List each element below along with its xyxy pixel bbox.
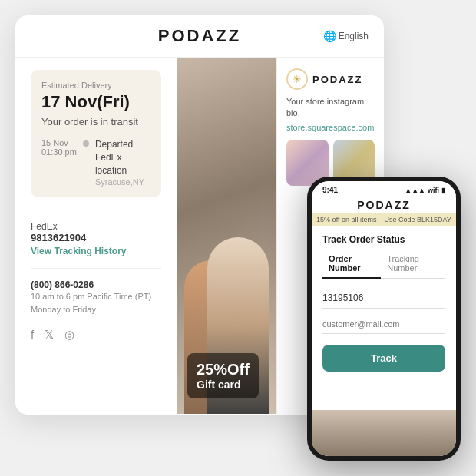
- support-phone: (800) 866-0286: [31, 279, 161, 290]
- event-dot: [83, 140, 89, 147]
- support-hours-1: 10 am to 6 pm Pacific Time (PT): [31, 290, 161, 304]
- divider-1: [31, 210, 161, 210]
- wifi-icon: wifi: [428, 187, 439, 194]
- gift-percent: 25%Off: [197, 361, 250, 378]
- order-number-input[interactable]: [322, 288, 445, 309]
- language-label: English: [339, 31, 369, 41]
- phone-logo: PODAZZ: [312, 196, 456, 213]
- event-description: Departed FedEx location: [95, 138, 150, 177]
- phone-screen: 9:41 ▲▲▲ wifi ▮ PODAZZ 15% off on all it…: [312, 181, 456, 456]
- instagram-icon[interactable]: ◎: [64, 328, 74, 342]
- event-date: 15 Nov: [41, 138, 77, 147]
- facebook-icon[interactable]: f: [31, 328, 34, 342]
- delivery-date: 17 Nov(Fri): [41, 93, 150, 111]
- delivery-status: Your order is in transit: [41, 116, 150, 127]
- gift-badge: 25%Off Gift card: [187, 353, 259, 398]
- phone-content: Track Order Status Order Number Tracking…: [312, 226, 456, 410]
- phone-bottom-image: [312, 410, 456, 456]
- scene: PODAZZ 🌐 English Estimated Delivery 17 N…: [15, 15, 461, 461]
- tab-order-number[interactable]: Order Number: [322, 251, 381, 279]
- fashion-image: 25%Off Gift card: [177, 58, 276, 414]
- divider-2: [31, 268, 161, 269]
- store-bio: Your store instagram bio.: [286, 96, 375, 120]
- support-hours-2: Monday to Friday: [31, 303, 161, 317]
- mobile-phone: 9:41 ▲▲▲ wifi ▮ PODAZZ 15% off on all it…: [307, 177, 461, 461]
- store-name: PODAZZ: [312, 74, 362, 85]
- desktop-logo: PODAZZ: [158, 26, 241, 46]
- sun-icon: ✳: [286, 68, 308, 90]
- tab-row: Order Number Tracking Number: [322, 251, 445, 279]
- status-icons: ▲▲▲ wifi ▮: [405, 187, 445, 194]
- desktop-header: PODAZZ 🌐 English: [15, 15, 384, 58]
- phone-status-bar: 9:41 ▲▲▲ wifi ▮: [312, 181, 456, 196]
- left-panel: Estimated Delivery 17 Nov(Fri) Your orde…: [15, 58, 177, 414]
- email-input[interactable]: [322, 315, 445, 334]
- event-time-col: 15 Nov 01:30 pm: [41, 138, 77, 186]
- track-title: Track Order Status: [322, 234, 445, 245]
- globe-icon: 🌐: [323, 30, 336, 42]
- carrier-name: FedEx: [31, 221, 161, 232]
- tab-tracking-number[interactable]: Tracking Number: [381, 251, 445, 278]
- delivery-box: Estimated Delivery 17 Nov(Fri) Your orde…: [31, 70, 161, 197]
- event-location: Syracuse,NY: [95, 177, 150, 187]
- delivery-label: Estimated Delivery: [41, 81, 150, 90]
- store-link[interactable]: store.squarespace.com: [286, 123, 375, 132]
- center-panel: 25%Off Gift card: [177, 58, 276, 414]
- twitter-icon[interactable]: 𝕏: [45, 328, 54, 342]
- support-info: (800) 866-0286 10 am to 6 pm Pacific Tim…: [31, 279, 161, 317]
- tracking-event: 15 Nov 01:30 pm Departed FedEx location …: [41, 138, 150, 186]
- language-selector[interactable]: 🌐 English: [323, 30, 369, 42]
- gift-text: Gift card: [197, 378, 250, 391]
- promo-bar: 15% off on all items – Use Code BLK15DAY: [312, 213, 456, 226]
- event-time: 01:30 pm: [41, 147, 77, 157]
- track-button[interactable]: Track: [322, 345, 445, 372]
- carrier-info: FedEx 9813621904 View Tracking History: [31, 221, 161, 257]
- battery-icon: ▮: [441, 187, 445, 194]
- social-icons: f 𝕏 ◎: [31, 328, 161, 342]
- view-tracking-link[interactable]: View Tracking History: [31, 246, 127, 256]
- store-logo-row: ✳ PODAZZ: [286, 68, 375, 90]
- signal-icon: ▲▲▲: [405, 187, 425, 194]
- event-details: Departed FedEx location Syracuse,NY: [95, 138, 150, 186]
- carrier-tracking: 9813621904: [31, 232, 161, 243]
- phone-time: 9:41: [322, 186, 338, 194]
